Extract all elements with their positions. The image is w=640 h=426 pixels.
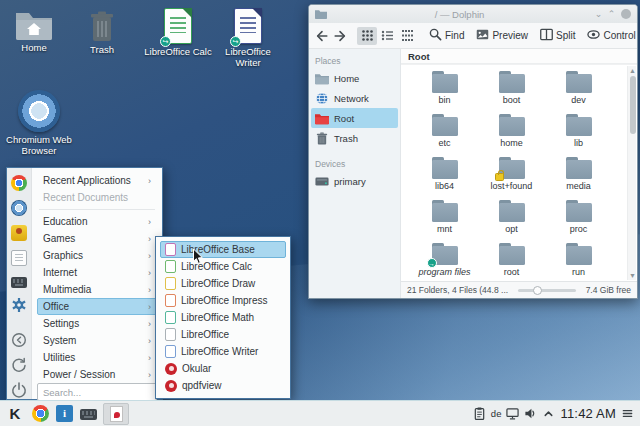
folder-item[interactable]: bin [411,71,478,114]
folder-item[interactable]: opt [478,200,545,243]
submenu-app-item[interactable]: LibreOffice Draw [160,275,286,292]
back-button[interactable] [315,29,329,43]
submenu-app-item[interactable]: LibreOffice Writer [160,343,286,360]
sidebar-place-item[interactable]: Trash [311,128,398,148]
chrome-icon[interactable] [11,175,27,191]
trash-icon [315,132,329,145]
folder-item[interactable]: lib64 [411,157,478,200]
keyboard-app-icon[interactable] [80,409,97,420]
folder-item[interactable]: → program files [411,243,478,281]
close-button[interactable] [621,9,631,19]
submenu-app-item[interactable]: LibreOffice Impress [160,292,286,309]
preview-button[interactable]: Preview [472,27,532,45]
chromium-icon[interactable] [11,200,27,216]
submenu-app-item[interactable]: LibreOffice Math [160,309,286,326]
clock[interactable]: 11:42 AM [560,406,616,421]
sidebar-place-item[interactable]: Root [311,108,398,128]
sidebar-place-item[interactable]: Home [311,68,398,88]
volume-icon[interactable] [524,407,537,420]
maximize-button[interactable]: ⌃ [605,8,618,21]
menu-category[interactable]: Multimedia › [37,281,157,298]
folder-item[interactable]: home [478,114,545,157]
scroll-down-icon[interactable]: ▼ [628,271,637,280]
yellow-app-icon[interactable] [11,225,27,241]
scroll-up-icon[interactable]: ▲ [628,66,637,75]
menu-category[interactable]: Recent Documents [37,189,157,206]
compact-view-button[interactable] [397,27,417,45]
menu-category[interactable]: Education › [37,213,157,230]
scrollbar[interactable]: ▲ ▼ [627,66,636,280]
forward-button[interactable] [333,29,347,43]
sidebar-place-item[interactable]: primary [311,171,398,191]
menu-category[interactable]: Office › [37,298,157,315]
monitor-icon[interactable] [506,407,519,420]
desktop-icon-home[interactable]: Home [2,10,66,54]
submenu-arrow-icon: › [148,353,151,363]
system-settings-icon[interactable] [11,297,27,313]
desktop-icon-trash[interactable]: Trash [70,10,134,56]
document-app-icon[interactable] [11,250,27,266]
lock-icon[interactable] [11,332,27,348]
kde-launcher-button[interactable]: K [4,403,26,425]
clipboard-icon[interactable] [473,407,486,420]
sidebar-place-item[interactable]: Network [311,88,398,108]
folder-item[interactable]: run [545,243,612,281]
folder-item[interactable]: etc [411,114,478,157]
icons-view-button[interactable] [357,27,377,45]
folder-icon [564,114,594,136]
menu-category[interactable]: Graphics › [37,247,157,264]
find-button[interactable]: Find [425,27,468,45]
preview-label: Preview [492,30,528,41]
folder-item[interactable]: dev [545,71,612,114]
folder-item[interactable]: root [478,243,545,281]
info-app-icon[interactable]: i [56,405,73,422]
menu-category[interactable]: Recent Applications › [37,172,157,189]
zoom-slider-handle[interactable] [533,286,542,295]
folder-item[interactable]: mnt [411,200,478,243]
submenu-arrow-icon: › [148,370,151,380]
submenu-app-item[interactable]: LibreOffice [160,326,286,343]
folder-icon [497,157,527,179]
statusbar: 21 Folders, 4 Files (44.8 ... 7.4 GiB fr… [401,281,637,298]
submenu-app-item[interactable]: qpdfview [160,377,286,394]
chrome-icon[interactable] [32,405,49,422]
keyboard-layout-indicator[interactable]: de [491,408,502,419]
shortcut-arrow-emblem: ↪ [160,36,171,47]
submenu-app-item[interactable]: Okular [160,360,286,377]
details-view-button[interactable] [377,27,397,45]
folder-item[interactable]: lost+found [478,157,545,200]
menu-category[interactable]: Settings › [37,315,157,332]
window-titlebar[interactable]: / — Dolphin ⌄ ⌃ [309,5,637,23]
scrollbar-thumb[interactable] [630,76,636,134]
menu-category[interactable]: Utilities › [37,349,157,366]
application-menu: Recent Applications › Recent Documents E… [6,167,163,400]
folder-item[interactable]: media [545,157,612,200]
submenu-app-item[interactable]: LibreOffice Calc [160,258,286,275]
control-button[interactable]: Control [583,27,639,45]
shutdown-icon[interactable] [11,382,27,398]
folder-item[interactable]: boot [478,71,545,114]
menu-category[interactable]: Power / Session › [37,366,157,383]
desktop-icon-libreoffice-calc[interactable]: ↪ LibreOffice Calc [142,8,214,58]
desktop-icon-libreoffice-writer[interactable]: ↪ LibreOffice Writer [212,8,284,69]
submenu-app-item[interactable]: LibreOffice Base [160,241,286,258]
folder-name: lib [574,138,583,148]
menu-category[interactable]: Internet › [37,264,157,281]
folder-view: bin boot dev etc home lib lib64 [401,64,637,281]
menu-category[interactable]: System › [37,332,157,349]
panel-toggle-icon[interactable] [621,407,634,420]
menu-search-input[interactable] [37,383,157,401]
breadcrumb[interactable]: Root [401,49,637,64]
keyboard-app-icon[interactable] [11,277,27,288]
folder-item[interactable]: proc [545,200,612,243]
task-button[interactable] [103,403,129,425]
split-button[interactable]: Split [536,27,579,45]
minimize-button[interactable]: ⌄ [592,8,605,21]
tray-expand-icon[interactable] [542,407,555,420]
menu-category[interactable]: Games › [37,230,157,247]
preview-icon [476,28,489,43]
zoom-slider[interactable] [518,285,576,295]
desktop-icon-chromium[interactable]: Chromium Web Browser [0,90,78,157]
folder-item[interactable]: lib [545,114,612,157]
restart-icon[interactable] [11,357,27,373]
